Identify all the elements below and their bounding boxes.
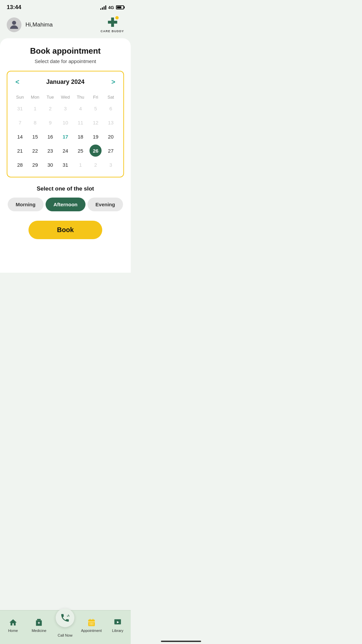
day-header-wed: Wed (58, 93, 72, 102)
calendar-day[interactable]: 30 (44, 159, 56, 171)
calendar-day[interactable]: 14 (14, 130, 26, 143)
day-header-sun: Sun (13, 93, 27, 102)
calendar-day[interactable]: 23 (44, 145, 56, 157)
main-content: Book appointment Select date for appoint… (0, 38, 131, 273)
calendar-day[interactable]: 31 (59, 159, 71, 171)
calendar-day[interactable]: 5 (89, 102, 102, 114)
calendar-day[interactable]: 21 (14, 145, 26, 157)
logo-dot (115, 16, 119, 19)
day-header-fri: Fri (88, 93, 103, 102)
user-avatar-icon (8, 19, 20, 31)
calendar-day[interactable]: 8 (29, 116, 41, 128)
book-button-wrapper: Book (7, 221, 124, 239)
calendar-day[interactable]: 24 (59, 145, 71, 157)
calendar-day[interactable]: 10 (59, 116, 71, 128)
avatar (7, 17, 21, 32)
calendar-day[interactable]: 22 (29, 145, 41, 157)
logo-text: CARE BUDDY (101, 30, 124, 33)
status-icons: 4G (100, 5, 124, 10)
page-subtitle: Select date for appointment (7, 58, 124, 64)
network-label: 4G (108, 5, 114, 10)
status-time: 13:44 (7, 4, 21, 11)
calendar-day[interactable]: 17 (59, 130, 71, 143)
calendar-day[interactable]: 2 (44, 102, 56, 114)
app-logo: ✚ CARE BUDDY (101, 17, 124, 33)
day-header-mon: Mon (28, 93, 42, 102)
calendar-day[interactable]: 3 (59, 102, 71, 114)
calendar-grid: Sun Mon Tue Wed Thu Fri Sat (13, 93, 118, 102)
calendar-day[interactable]: 4 (74, 102, 86, 114)
calendar-day[interactable]: 27 (105, 145, 117, 157)
calendar-day[interactable]: 25 (74, 145, 86, 157)
calendar-days: 3112345678910111213141516171819202122232… (13, 102, 118, 171)
slot-options: Morning Afternoon Evening (7, 198, 124, 211)
svg-point-0 (12, 21, 16, 25)
user-info: Hi,Mahima (7, 17, 53, 32)
calendar-day[interactable]: 12 (89, 116, 102, 128)
battery-icon (116, 5, 124, 9)
calendar-day[interactable]: 18 (74, 130, 86, 143)
calendar-day[interactable]: 20 (105, 130, 117, 143)
slot-morning-button[interactable]: Morning (8, 198, 44, 211)
slot-title: Select one of the slot (7, 185, 124, 192)
greeting-text: Hi,Mahima (25, 21, 53, 28)
calendar-header: < January 2024 > (13, 77, 118, 87)
calendar-month-year: January 2024 (46, 78, 84, 86)
day-header-tue: Tue (43, 93, 57, 102)
calendar-prev-button[interactable]: < (13, 77, 22, 87)
status-bar: 13:44 4G (0, 0, 131, 13)
day-header-sat: Sat (104, 93, 118, 102)
slot-evening-button[interactable]: Evening (87, 198, 123, 211)
calendar-day[interactable]: 1 (74, 159, 86, 171)
calendar-day[interactable]: 6 (105, 102, 117, 114)
calendar-day[interactable]: 9 (44, 116, 56, 128)
signal-icon (100, 5, 106, 10)
calendar-next-button[interactable]: > (109, 77, 118, 87)
calendar: < January 2024 > Sun Mon Tue Wed Thu Fri… (7, 71, 124, 177)
day-header-thu: Thu (73, 93, 88, 102)
calendar-day[interactable]: 3 (105, 159, 117, 171)
calendar-day[interactable]: 28 (14, 159, 26, 171)
calendar-day[interactable]: 13 (105, 116, 117, 128)
calendar-day[interactable]: 31 (14, 102, 26, 114)
page-title: Book appointment (7, 46, 124, 56)
slot-afternoon-button[interactable]: Afternoon (46, 198, 86, 211)
calendar-day[interactable]: 19 (89, 130, 102, 143)
book-button[interactable]: Book (28, 221, 102, 239)
calendar-day[interactable]: 16 (44, 130, 56, 143)
calendar-day[interactable]: 29 (29, 159, 41, 171)
calendar-day[interactable]: 2 (89, 159, 102, 171)
header: Hi,Mahima ✚ CARE BUDDY (0, 13, 131, 38)
calendar-day[interactable]: 15 (29, 130, 41, 143)
calendar-day[interactable]: 7 (14, 116, 26, 128)
calendar-day[interactable]: 26 (89, 145, 102, 157)
calendar-day[interactable]: 1 (29, 102, 41, 114)
calendar-day[interactable]: 11 (74, 116, 86, 128)
